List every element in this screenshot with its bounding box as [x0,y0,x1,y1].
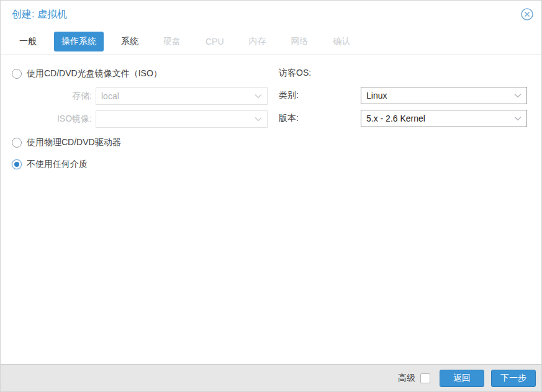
create-vm-dialog: 创建: 虚拟机 一般 操作系统 系统 硬盘 CPU 内存 网络 确认 使用CD/… [0,0,542,392]
storage-field-row: 存储: local [12,87,268,105]
iso-image-label: ISO镜像: [12,114,96,125]
storage-label: 存储: [12,91,96,102]
advanced-label: 高级 [398,373,415,384]
chevron-down-icon [514,116,522,121]
tab-system[interactable]: 系统 [114,32,146,51]
chevron-down-icon [255,117,262,122]
tab-panel-os: 使用CD/DVD光盘镜像文件（ISO） 存储: local ISO镜像: [1,55,541,364]
media-selection-column: 使用CD/DVD光盘镜像文件（ISO） 存储: local ISO镜像: [12,68,268,170]
advanced-checkbox[interactable] [420,373,430,383]
os-version-label: 版本: [279,113,361,124]
chevron-down-icon [255,94,262,99]
os-type-value: Linux [366,91,514,100]
radio-physical-drive-label: 使用物理CD/DVD驱动器 [27,137,121,148]
os-type-combobox[interactable]: Linux [361,87,527,104]
radio-use-iso-label: 使用CD/DVD光盘镜像文件（ISO） [27,68,162,79]
back-button[interactable]: 返回 [440,370,484,387]
radio-physical-drive[interactable]: 使用物理CD/DVD驱动器 [12,136,268,148]
storage-value: local [101,91,255,101]
tab-disks: 硬盘 [156,32,188,51]
tab-network: 网络 [284,32,316,51]
radio-use-iso[interactable]: 使用CD/DVD光盘镜像文件（ISO） [12,68,268,79]
radio-unchecked-icon [12,138,22,148]
chevron-down-icon [514,93,522,98]
iso-image-combobox [96,110,268,128]
radio-no-media-label: 不使用任何介质 [27,159,88,170]
os-version-value: 5.x - 2.6 Kernel [366,114,514,123]
tab-cpu: CPU [198,32,232,51]
radio-unchecked-icon [12,69,22,79]
tab-os[interactable]: 操作系统 [54,32,104,51]
close-icon[interactable] [520,7,534,21]
os-type-label: 类别: [279,90,361,101]
dialog-titlebar: 创建: 虚拟机 [1,1,541,28]
storage-combobox: local [96,87,268,105]
iso-image-field-row: ISO镜像: [12,110,268,128]
tab-bar: 一般 操作系统 系统 硬盘 CPU 内存 网络 确认 [1,28,541,55]
os-type-field-row: 类别: Linux [279,87,527,104]
dialog-title: 创建: 虚拟机 [12,8,520,21]
guest-os-column: 访客OS: 类别: Linux 版本: 5.x - 2.6 Kernel [279,68,527,133]
radio-checked-icon [12,159,22,169]
tab-confirm: 确认 [326,32,358,51]
next-button[interactable]: 下一步 [491,370,536,387]
guest-os-header: 访客OS: [279,68,527,79]
os-version-field-row: 版本: 5.x - 2.6 Kernel [279,110,527,127]
tab-memory: 内存 [242,32,274,51]
os-version-combobox[interactable]: 5.x - 2.6 Kernel [361,110,527,127]
dialog-footer: 高级 返回 下一步 [1,364,541,391]
radio-no-media[interactable]: 不使用任何介质 [12,158,268,170]
tab-general[interactable]: 一般 [12,32,44,51]
